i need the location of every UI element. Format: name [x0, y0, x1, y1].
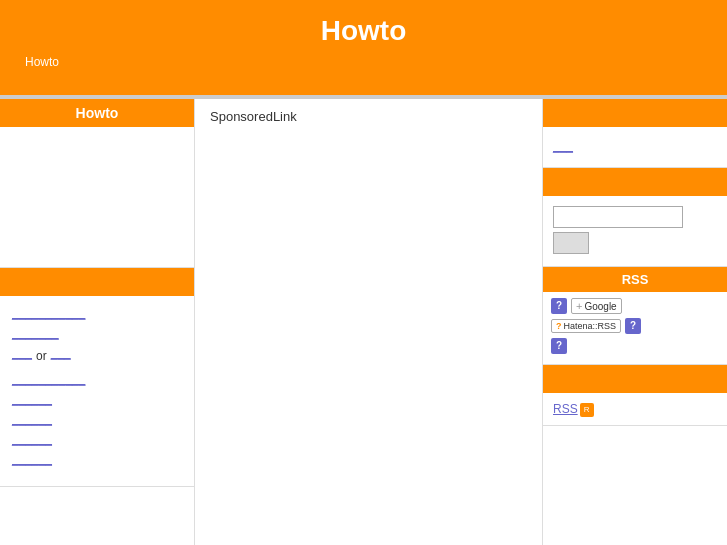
left-sidebar: Howto ___________ _______ ___ or ___ ___…	[0, 99, 195, 545]
sidebar-link-3[interactable]: ___________	[12, 372, 182, 386]
rss-row-3: ?	[551, 338, 719, 354]
or-divider: ___ or ___	[12, 346, 182, 366]
sidebar-link-6[interactable]: ______	[12, 432, 182, 446]
rss-box-title: RSS	[543, 267, 727, 292]
right-box-2	[543, 168, 727, 267]
google-rss-button[interactable]: + Google	[571, 298, 622, 314]
hatena-rss-button[interactable]: ? Hatena::RSS	[551, 319, 621, 333]
main-content: SponsoredLink ___________ ___________	[195, 99, 542, 545]
search-area	[543, 196, 727, 266]
hatena-icon: ?	[556, 321, 562, 331]
rss-link-box-title	[543, 365, 727, 393]
or-text: or	[36, 349, 47, 363]
rss-feed-link[interactable]: RSSR	[553, 402, 594, 416]
rss-row-2: ? Hatena::RSS ?	[551, 318, 719, 334]
breadcrumb-link[interactable]: Howto	[25, 55, 59, 69]
rss-box: RSS ? + Google ? Hatena::RSS ?	[543, 267, 727, 365]
rss-link-text: RSS	[553, 402, 578, 416]
hatena-label: Hatena::RSS	[564, 321, 617, 331]
right-sidebar: ___ RSS ? + Google	[542, 99, 727, 545]
sidebar-links: ___________ _______ ___ or ___ _________…	[0, 296, 194, 486]
search-button[interactable]	[553, 232, 589, 254]
sidebar-second-title	[0, 268, 194, 296]
google-text: Google	[584, 301, 616, 312]
sidebar-link-4[interactable]: ______	[12, 392, 182, 406]
right-box-2-title	[543, 168, 727, 196]
rss-link-area: RSSR	[543, 393, 727, 425]
sidebar-top-box: Howto	[0, 99, 194, 268]
sidebar-link-7[interactable]: ______	[12, 452, 182, 466]
sidebar-link-1[interactable]: ___________	[12, 306, 182, 320]
rss-feed-icon: R	[580, 403, 594, 417]
rss-row-1: ? + Google	[551, 298, 719, 314]
rss-link-box: RSSR	[543, 365, 727, 426]
plus-icon: +	[576, 300, 582, 312]
main-layout: Howto ___________ _______ ___ or ___ ___…	[0, 99, 727, 545]
rss-question-icon-3: ?	[551, 338, 567, 354]
sidebar-top-content	[0, 127, 194, 267]
sidebar-link-5[interactable]: ______	[12, 412, 182, 426]
rss-content: ? + Google ? Hatena::RSS ? ?	[543, 292, 727, 364]
search-input[interactable]	[553, 206, 683, 228]
right-box-1: ___	[543, 99, 727, 168]
rss-question-icon-1: ?	[551, 298, 567, 314]
sidebar-link-2[interactable]: _______	[12, 326, 182, 340]
sidebar-top-title: Howto	[0, 99, 194, 127]
right-box-1-link[interactable]: ___	[553, 139, 717, 153]
rss-question-icon-2: ?	[625, 318, 641, 334]
header: Howto Howto	[0, 0, 727, 95]
sidebar-second-box: ___________ _______ ___ or ___ _________…	[0, 268, 194, 487]
sidebar-link-or[interactable]: ___	[12, 346, 32, 360]
ad-space	[210, 134, 527, 424]
right-box-1-content: ___	[543, 127, 727, 167]
site-title: Howto	[20, 15, 707, 47]
sponsored-link-label: SponsoredLink	[210, 109, 527, 124]
breadcrumb: Howto	[20, 55, 707, 69]
right-box-1-title	[543, 99, 727, 127]
sidebar-link-or2[interactable]: ___	[51, 346, 71, 360]
